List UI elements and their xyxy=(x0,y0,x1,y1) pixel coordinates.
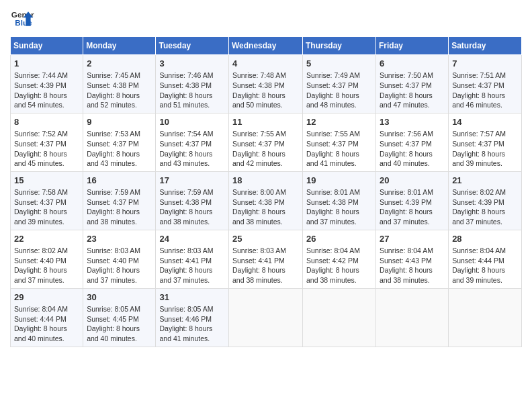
day-number: 28 xyxy=(452,233,518,245)
day-info-line: Sunrise: 7:51 AM xyxy=(452,71,518,81)
day-info-line: Sunrise: 8:04 AM xyxy=(452,246,518,256)
day-info-line: Sunset: 4:37 PM xyxy=(452,139,518,149)
day-info-line: Sunrise: 8:02 AM xyxy=(14,246,79,256)
calendar-cell: 10Sunrise: 7:54 AMSunset: 4:37 PMDayligh… xyxy=(156,113,229,171)
calendar-week-4: 22Sunrise: 8:02 AMSunset: 4:40 PMDayligh… xyxy=(11,230,522,288)
calendar-cell: 25Sunrise: 8:03 AMSunset: 4:41 PMDayligh… xyxy=(229,230,303,288)
day-info-line: Sunset: 4:38 PM xyxy=(159,197,225,208)
calendar-cell: 5Sunrise: 7:49 AMSunset: 4:37 PMDaylight… xyxy=(303,55,376,113)
day-info-line: Sunset: 4:40 PM xyxy=(14,256,79,266)
day-info-line: Sunrise: 7:58 AM xyxy=(14,187,79,197)
day-number: 23 xyxy=(87,233,152,245)
day-info-line: Sunset: 4:42 PM xyxy=(306,256,372,266)
calendar-week-5: 29Sunrise: 8:04 AMSunset: 4:44 PMDayligh… xyxy=(11,288,522,347)
day-number: 31 xyxy=(159,291,225,304)
day-info-line: Sunrise: 7:59 AM xyxy=(159,187,225,197)
day-info-line: Daylight: 8 hours xyxy=(232,91,299,101)
calendar-header: SundayMondayTuesdayWednesdayThursdayFrid… xyxy=(11,37,522,55)
day-number: 9 xyxy=(87,116,152,128)
calendar-cell: 24Sunrise: 8:03 AMSunset: 4:41 PMDayligh… xyxy=(156,230,229,288)
day-info-line: Daylight: 8 hours xyxy=(306,265,372,275)
day-info-line: Daylight: 8 hours xyxy=(159,149,225,159)
calendar-cell xyxy=(376,288,449,347)
day-info-line: Sunrise: 8:02 AM xyxy=(452,187,518,197)
calendar-cell: 1Sunrise: 7:44 AMSunset: 4:39 PMDaylight… xyxy=(11,55,83,113)
day-info-line: and 37 minutes. xyxy=(87,275,152,285)
day-number: 22 xyxy=(14,233,79,245)
day-number: 25 xyxy=(232,233,299,245)
day-info-line: Daylight: 8 hours xyxy=(159,324,225,334)
day-info-line: Daylight: 8 hours xyxy=(306,149,372,159)
day-info-line: Sunset: 4:40 PM xyxy=(87,256,152,266)
calendar-cell: 13Sunrise: 7:56 AMSunset: 4:37 PMDayligh… xyxy=(376,113,449,171)
col-header-friday: Friday xyxy=(376,37,449,55)
calendar-cell: 7Sunrise: 7:51 AMSunset: 4:37 PMDaylight… xyxy=(449,55,522,113)
calendar-cell xyxy=(303,288,376,347)
day-info-line: Daylight: 8 hours xyxy=(87,91,152,101)
day-info-line: and 50 minutes. xyxy=(232,100,299,110)
calendar-cell: 6Sunrise: 7:50 AMSunset: 4:37 PMDaylight… xyxy=(376,55,449,113)
calendar-cell: 8Sunrise: 7:52 AMSunset: 4:37 PMDaylight… xyxy=(11,113,83,171)
calendar-cell: 23Sunrise: 8:03 AMSunset: 4:40 PMDayligh… xyxy=(83,230,156,288)
day-number: 10 xyxy=(159,116,225,128)
day-info-line: Daylight: 8 hours xyxy=(14,149,79,159)
calendar-cell: 28Sunrise: 8:04 AMSunset: 4:44 PMDayligh… xyxy=(449,230,522,288)
day-info-line: Sunrise: 8:04 AM xyxy=(380,246,445,256)
day-info-line: Daylight: 8 hours xyxy=(14,91,79,101)
day-info-line: and 47 minutes. xyxy=(380,100,445,110)
calendar-cell: 22Sunrise: 8:02 AMSunset: 4:40 PMDayligh… xyxy=(11,230,83,288)
day-info-line: Sunrise: 7:45 AM xyxy=(87,71,152,81)
calendar-cell: 14Sunrise: 7:57 AMSunset: 4:37 PMDayligh… xyxy=(449,113,522,171)
day-info-line: Daylight: 8 hours xyxy=(87,207,152,217)
col-header-saturday: Saturday xyxy=(449,37,522,55)
day-info-line: Sunset: 4:37 PM xyxy=(14,197,79,208)
day-info-line: Sunrise: 7:54 AM xyxy=(159,129,225,139)
day-info-line: Daylight: 8 hours xyxy=(87,149,152,159)
day-info-line: Sunset: 4:37 PM xyxy=(14,139,79,149)
day-info-line: Sunrise: 8:03 AM xyxy=(87,246,152,256)
day-info-line: Sunrise: 8:00 AM xyxy=(232,187,299,197)
day-info-line: Daylight: 8 hours xyxy=(452,207,518,217)
day-info-line: Sunset: 4:38 PM xyxy=(87,81,152,91)
day-info-line: Sunset: 4:39 PM xyxy=(452,197,518,208)
day-number: 12 xyxy=(306,116,372,128)
day-info-line: Daylight: 8 hours xyxy=(452,265,518,275)
day-info-line: Sunset: 4:37 PM xyxy=(380,81,445,91)
day-info-line: Sunrise: 7:55 AM xyxy=(306,129,372,139)
col-header-wednesday: Wednesday xyxy=(229,37,303,55)
day-info-line: Sunset: 4:39 PM xyxy=(14,81,79,91)
day-info-line: Daylight: 8 hours xyxy=(87,265,152,275)
day-info-line: and 52 minutes. xyxy=(87,100,152,110)
day-number: 21 xyxy=(452,175,518,187)
day-info-line: Daylight: 8 hours xyxy=(232,149,299,159)
calendar-cell: 26Sunrise: 8:04 AMSunset: 4:42 PMDayligh… xyxy=(303,230,376,288)
day-info-line: Daylight: 8 hours xyxy=(306,91,372,101)
day-info-line: Daylight: 8 hours xyxy=(380,265,445,275)
day-info-line: Sunset: 4:39 PM xyxy=(380,197,445,208)
day-number: 27 xyxy=(380,233,445,245)
calendar-cell: 4Sunrise: 7:48 AMSunset: 4:38 PMDaylight… xyxy=(229,55,303,113)
day-info-line: Sunset: 4:37 PM xyxy=(87,139,152,149)
day-number: 24 xyxy=(159,233,225,245)
day-info-line: Daylight: 8 hours xyxy=(380,207,445,217)
logo: General Blue xyxy=(10,7,34,31)
day-info-line: and 45 minutes. xyxy=(14,158,79,169)
calendar-cell: 30Sunrise: 8:05 AMSunset: 4:45 PMDayligh… xyxy=(83,288,156,347)
day-info-line: Daylight: 8 hours xyxy=(380,149,445,159)
day-info-line: Daylight: 8 hours xyxy=(14,207,79,217)
day-info-line: and 37 minutes. xyxy=(14,275,79,285)
day-info-line: and 40 minutes. xyxy=(380,158,445,169)
day-number: 19 xyxy=(306,175,372,187)
calendar-cell: 19Sunrise: 8:01 AMSunset: 4:38 PMDayligh… xyxy=(303,171,376,230)
calendar-cell: 12Sunrise: 7:55 AMSunset: 4:37 PMDayligh… xyxy=(303,113,376,171)
day-info-line: Sunrise: 7:57 AM xyxy=(452,129,518,139)
calendar-cell: 2Sunrise: 7:45 AMSunset: 4:38 PMDaylight… xyxy=(83,55,156,113)
day-number: 26 xyxy=(306,233,372,245)
day-info-line: Sunset: 4:45 PM xyxy=(87,314,152,324)
day-info-line: Daylight: 8 hours xyxy=(452,149,518,159)
day-info-line: and 38 minutes. xyxy=(87,217,152,227)
day-info-line: Sunrise: 8:04 AM xyxy=(14,304,79,314)
calendar-cell xyxy=(449,288,522,347)
day-info-line: and 41 minutes. xyxy=(159,334,225,344)
day-number: 2 xyxy=(87,58,152,70)
